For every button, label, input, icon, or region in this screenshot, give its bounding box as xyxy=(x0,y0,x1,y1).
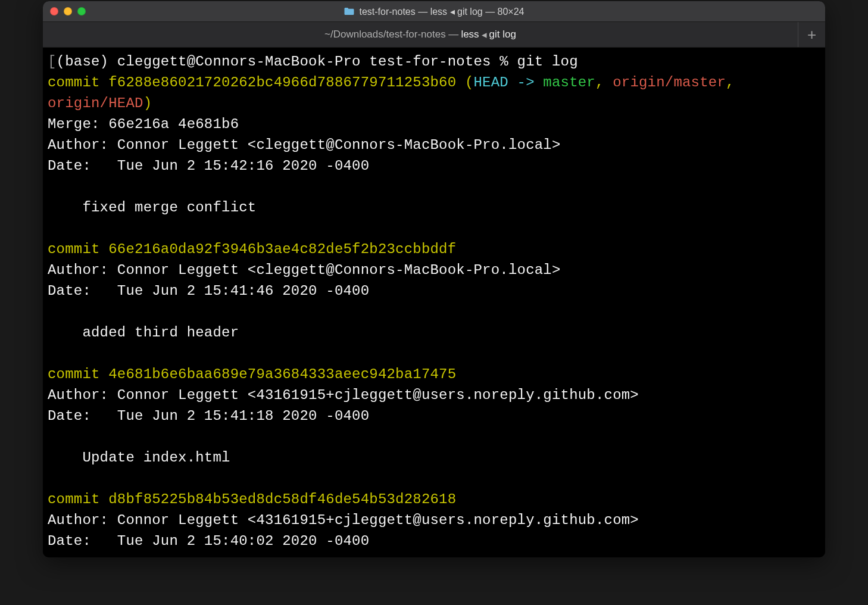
window-title: test-for-notes — less ◂ git log — 80×24 xyxy=(344,6,524,17)
folder-icon xyxy=(344,7,354,15)
commit-2-author: Author: Connor Leggett <cleggett@Connors… xyxy=(48,262,561,278)
commit-1-hash: commit f6288e86021720262bc4966d788677971… xyxy=(48,74,474,91)
commit-1-sep-1: , xyxy=(595,74,613,91)
terminal-window: test-for-notes — less ◂ git log — 80×24 … xyxy=(43,1,825,557)
commit-1-date: Date: Tue Jun 2 15:42:16 2020 -0400 xyxy=(48,158,369,174)
tab-sep: ◂ xyxy=(482,29,487,41)
commit-4-author: Author: Connor Leggett <43161915+cjlegge… xyxy=(48,512,639,528)
zoom-button[interactable] xyxy=(77,7,86,15)
tab-process-1: less xyxy=(461,29,479,40)
commit-1-merge: Merge: 66e216a 4e681b6 xyxy=(48,116,239,132)
commit-1-author: Author: Connor Leggett <cleggett@Connors… xyxy=(48,137,561,153)
minimize-button[interactable] xyxy=(64,7,72,15)
tab-path: ~/Downloads/test-for-notes — xyxy=(324,29,458,40)
prompt-line: (base) cleggett@Connors-MacBook-Pro test… xyxy=(57,54,578,70)
prompt-bracket-open: [ xyxy=(48,54,57,70)
tab-current[interactable]: ~/Downloads/test-for-notes — less ◂ git … xyxy=(43,22,798,47)
window-title-text: test-for-notes — less ◂ git log — 80×24 xyxy=(359,6,524,17)
commit-3-date: Date: Tue Jun 2 15:41:18 2020 -0400 xyxy=(48,408,369,424)
commit-3-message: Update index.html xyxy=(48,450,230,466)
commit-1-origin-master: origin/master xyxy=(613,74,726,91)
commit-1-origin-head: origin/HEAD xyxy=(48,95,143,111)
commit-3-hash: commit 4e681b6e6baa689e79a3684333aeec942… xyxy=(48,366,456,382)
commit-4-hash: commit d8bf85225b84b53ed8dc58df46de54b53… xyxy=(48,491,456,507)
commit-2-date: Date: Tue Jun 2 15:41:46 2020 -0400 xyxy=(48,283,369,299)
commit-3-author: Author: Connor Leggett <43161915+cjlegge… xyxy=(48,387,639,403)
terminal-output[interactable]: [(base) cleggett@Connors-MacBook-Pro tes… xyxy=(43,48,825,557)
commit-2-message: added third header xyxy=(48,325,239,341)
commit-1-close-paren: ) xyxy=(143,95,152,111)
commit-1-master-ref: master xyxy=(543,74,595,91)
commit-1-sep-2: , xyxy=(726,74,743,91)
tab-bar: ~/Downloads/test-for-notes — less ◂ git … xyxy=(43,21,825,48)
commit-2-hash: commit 66e216a0da92f3946b3ae4c82de5f2b23… xyxy=(48,241,456,257)
new-tab-button[interactable]: + xyxy=(798,22,825,47)
commit-4-date: Date: Tue Jun 2 15:40:02 2020 -0400 xyxy=(48,533,369,549)
commit-1-head-ref: HEAD -> xyxy=(474,74,544,91)
tab-process-2: git log xyxy=(489,29,516,40)
titlebar[interactable]: test-for-notes — less ◂ git log — 80×24 xyxy=(43,1,825,21)
window-controls xyxy=(50,7,86,15)
commit-1-message: fixed merge conflict xyxy=(48,199,256,216)
close-button[interactable] xyxy=(50,7,58,15)
